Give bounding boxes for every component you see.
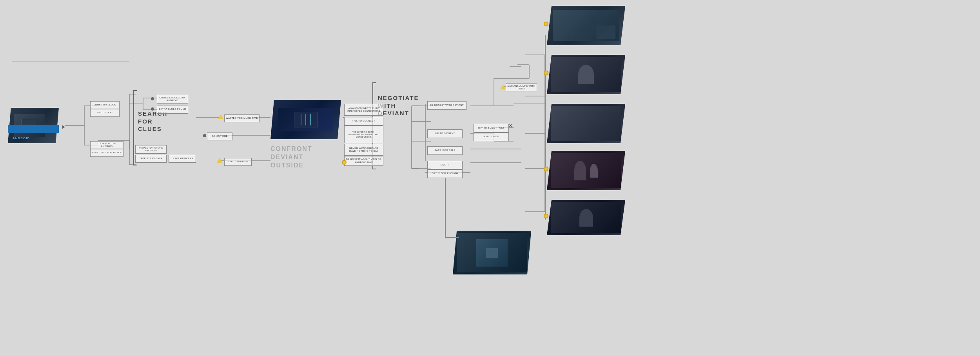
fail-connect-node: FAIL TO CONNECT [344, 117, 383, 125]
confront-label: CONFRONTDEVIANTOUTSIDE [270, 145, 312, 169]
be-honest-node: BE HONEST WITH DEVIANT [427, 101, 466, 110]
title-area [12, 61, 129, 63]
connor-failed-group [547, 6, 625, 45]
take-steps-node: TAKE STEPS BACK [135, 155, 167, 163]
dot-icon2 [151, 107, 154, 111]
android-badge: ANDROID [13, 136, 30, 140]
cross-checked-node: CROSS-CHECKED BY ANDROID [157, 95, 188, 104]
yellow-dot-icon [342, 160, 347, 165]
be-honest-main-node: BE HONEST ABOUT MAIN OR ANDROID MAN [344, 156, 383, 166]
live-in-node: LIVE IN [427, 161, 463, 169]
threaten-node: THREATEN TO REACH NEGOTIATIONS UNDERLINE… [344, 125, 383, 143]
leave-officers-node: LEAVE OFFICERS [169, 155, 196, 163]
warning-emma [500, 85, 506, 89]
confront-deviant-thumbnail [270, 100, 341, 139]
look-android-node: LOOK FOR THE ANDROID [90, 141, 123, 149]
lie-to-node: LIE TO DEVIANT [427, 129, 463, 138]
snipers-shot-group [547, 104, 625, 143]
always-connects-node: ALWAYS CONNECTS CHILD INTERESTED CONNECT… [344, 104, 383, 116]
outcome-dot-2 [544, 71, 548, 75]
shot-injured-node: SHOT / INJURED [224, 158, 252, 166]
connor-died-group [547, 151, 625, 190]
outcome-dot-1 [544, 22, 548, 26]
outcome-dot-4 [544, 214, 548, 218]
arrow-right [62, 125, 65, 129]
vertical-line-bottom [445, 178, 446, 238]
dot-outside [203, 134, 206, 137]
deviant-jumps-node: DEVIANT JUMPS WITH EMMA [506, 84, 537, 91]
x-icon: ✕ [509, 124, 512, 128]
go-outside-node: GO OUTSIDE [207, 133, 232, 140]
horizontal-line-shot [445, 237, 459, 238]
build-trust-node: BUILD TRUST [474, 133, 509, 141]
wasted-time-node: WASTED TOO MUCH TIME [224, 114, 260, 122]
connor-shot-group [453, 231, 531, 274]
dot-icon [151, 97, 154, 100]
try-build-node: TRY TO BUILD TRUST [474, 124, 509, 133]
inspector-stops-node: INSPECTOR STOPS ANDROID [135, 145, 167, 154]
outcome-dot-3 [544, 167, 548, 171]
look-for-node: LOOK FOR CLUES [90, 101, 120, 109]
negotiate-peace-node: NEGOTIATE FOR PEACE [90, 149, 123, 157]
title-divider [12, 62, 129, 62]
get-close-node: GET CLOSE ENOUGH [427, 169, 463, 178]
warning-icon2 [217, 158, 222, 163]
warning-icon [218, 114, 223, 119]
shoot-dog-node: SHOOT DOG [90, 109, 120, 117]
right-vertical-line [545, 35, 546, 220]
sacrifice-node: SACRIFICE SELF [427, 146, 463, 155]
connor-leapt-group [547, 55, 625, 94]
extra-clues-node: EXTRA CLUES FOUND [157, 105, 188, 114]
never-wondered-node: NEVER WONDERED OR HAVE NOTHING TO SAY [344, 144, 383, 156]
mission-start-node [8, 125, 59, 133]
deviant-shot-group [547, 200, 625, 235]
